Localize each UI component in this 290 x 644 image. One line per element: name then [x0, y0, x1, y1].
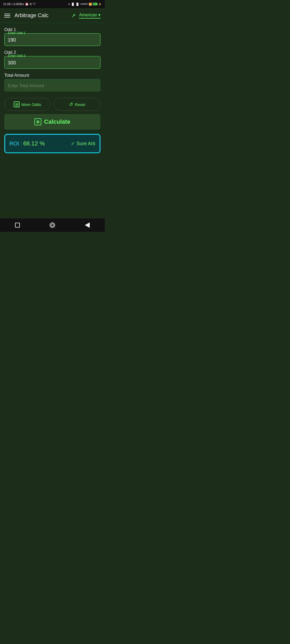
signal-icon: ▐▌	[71, 3, 75, 6]
dropdown-chevron-icon: ▾	[98, 12, 100, 17]
nav-bar	[0, 218, 105, 232]
total-amount-input-group	[4, 79, 100, 92]
roi-left: ROI : 68.12 %	[9, 140, 45, 147]
odd2-section: Odd 2 Enter Odd 2	[4, 50, 100, 71]
status-bar: 21:00 | 6.0KB/s ⏰ ⑆ 🛡 ✦ ▐▌ ▐▌ VoWiFi 📶 ⚡	[0, 0, 105, 8]
total-amount-section-label: Total Amount	[4, 73, 100, 78]
network-speed: |	[12, 2, 13, 6]
reset-icon: ↺	[69, 101, 73, 107]
reset-button[interactable]: ↺ Reset	[54, 98, 100, 111]
share-button[interactable]: ↗	[71, 12, 76, 19]
alarm-icon: ⏰	[25, 2, 29, 6]
odds-type-selector[interactable]: American ▾	[79, 12, 100, 19]
odd2-input[interactable]	[4, 56, 100, 69]
recents-icon	[15, 223, 20, 228]
vpn-icon: 🛡	[33, 2, 36, 6]
charging-icon: ⚡	[98, 3, 102, 6]
sim-icon: ⑆	[30, 2, 32, 6]
home-icon	[50, 222, 55, 228]
plus-box-icon: ⊞	[14, 101, 20, 107]
more-odds-button[interactable]: ⊞ More Odds	[4, 98, 51, 111]
calculate-label: Calculate	[44, 118, 70, 125]
total-amount-input[interactable]	[4, 79, 100, 92]
calculate-button[interactable]: ⊞ Calculate	[4, 114, 100, 130]
checkmark-icon: ✓	[71, 141, 75, 147]
network-speed-value: 6.0KB/s	[13, 2, 24, 6]
odds-type-label: American	[79, 13, 97, 17]
app-bar: Arbitrage Calc ↗ American ▾	[0, 8, 105, 23]
nav-recents-button[interactable]	[15, 223, 20, 228]
odd2-float-label: Enter Odd 2	[7, 54, 27, 58]
roi-result-card: ROI : 68.12 % ✓ Sure Arb	[4, 134, 100, 153]
app-bar-left: Arbitrage Calc	[4, 12, 49, 19]
odd1-input-group: Enter Odd 1	[4, 33, 100, 46]
wifi-icon: 📶	[89, 3, 92, 6]
signal2-icon: ▐▌	[75, 3, 79, 6]
nav-back-button[interactable]	[85, 222, 90, 228]
status-right: ✦ ▐▌ ▐▌ VoWiFi 📶 ⚡	[68, 3, 102, 6]
odd1-input[interactable]	[4, 33, 100, 46]
roi-label: ROI :	[9, 141, 22, 147]
hamburger-menu-button[interactable]	[4, 14, 10, 17]
time-display: 21:00	[3, 2, 11, 6]
reset-label: Reset	[75, 102, 85, 107]
secondary-buttons-row: ⊞ More Odds ↺ Reset	[4, 98, 100, 111]
odd2-input-group: Enter Odd 2	[4, 56, 100, 69]
sure-arb-status: ✓ Sure Arb	[71, 141, 95, 147]
vowifi-icon: VoWiFi	[80, 3, 88, 5]
odd1-float-label: Enter Odd 1	[7, 31, 27, 35]
roi-value: 68.12 %	[23, 140, 45, 147]
status-left: 21:00 | 6.0KB/s ⏰ ⑆ 🛡	[3, 2, 36, 6]
battery-icon	[93, 3, 97, 5]
app-title: Arbitrage Calc	[15, 12, 49, 19]
odd1-section: Odd 1 Enter Odd 1	[4, 27, 100, 48]
more-odds-label: More Odds	[21, 102, 41, 107]
total-amount-section: Total Amount	[4, 73, 100, 94]
nav-home-button[interactable]	[50, 222, 55, 228]
bluetooth-icon: ✦	[68, 3, 70, 6]
app-bar-right: ↗ American ▾	[71, 12, 100, 19]
calculator-icon: ⊞	[34, 118, 41, 125]
back-icon	[85, 222, 90, 228]
sure-arb-label: Sure Arb	[77, 141, 95, 147]
main-content: Odd 1 Enter Odd 1 Odd 2 Enter Odd 2 Tota…	[0, 23, 105, 158]
